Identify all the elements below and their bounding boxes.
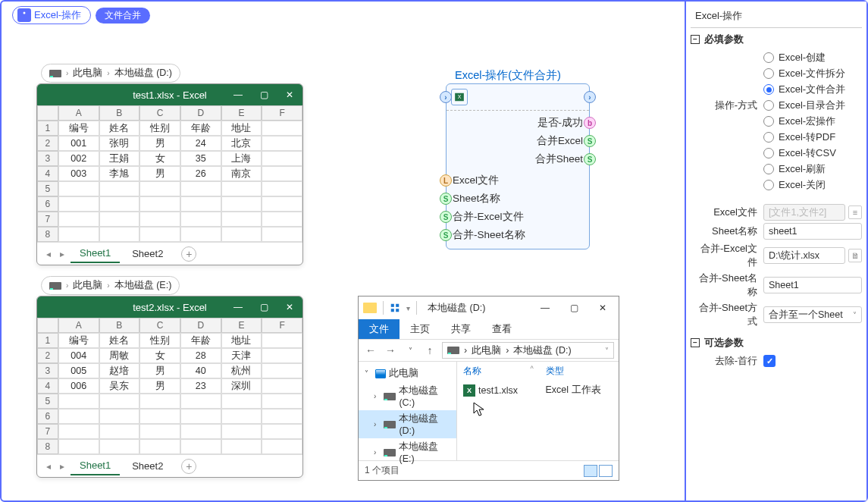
cell[interactable] <box>180 181 221 196</box>
ribbon-tab-home[interactable]: 主页 <box>400 319 440 339</box>
port-out-flow[interactable]: › <box>584 91 596 103</box>
nav-up[interactable]: ↑ <box>422 344 437 356</box>
col-header[interactable]: E <box>221 105 262 121</box>
cell[interactable] <box>221 212 262 227</box>
cell[interactable]: 26 <box>180 166 221 181</box>
cell[interactable]: 003 <box>58 166 99 181</box>
radio-op[interactable] <box>763 132 774 143</box>
cell[interactable]: 006 <box>58 378 99 394</box>
ribbon-tab-file[interactable]: 文件 <box>359 319 400 339</box>
cell[interactable] <box>180 212 221 227</box>
cell[interactable] <box>180 424 221 439</box>
tree-disk-d[interactable]: ›本地磁盘 (D:) <box>359 410 456 438</box>
port-in-flow[interactable]: › <box>440 91 452 103</box>
close-button[interactable]: ✕ <box>591 299 614 317</box>
cell[interactable] <box>262 424 302 439</box>
cell[interactable] <box>221 394 262 409</box>
row-header[interactable]: 7 <box>37 212 58 227</box>
cell[interactable]: 23 <box>180 378 221 394</box>
cell[interactable] <box>58 227 99 242</box>
cell[interactable] <box>262 196 302 212</box>
radio-op[interactable] <box>763 180 774 190</box>
cell[interactable] <box>221 424 262 439</box>
cell[interactable] <box>262 212 302 227</box>
address-bar[interactable]: ›此电脑 ›本地磁盘 (D:) ˅ <box>442 342 614 359</box>
cell[interactable] <box>221 409 262 424</box>
col-header[interactable]: A <box>58 105 99 121</box>
cell[interactable]: 005 <box>58 363 99 378</box>
ribbon-tab-share[interactable]: 共享 <box>440 319 481 339</box>
sheet-tab[interactable]: Sheet2 <box>123 245 172 262</box>
port-string[interactable]: S <box>440 193 452 205</box>
file-picker-icon[interactable]: 🗎 <box>848 249 862 262</box>
cell[interactable] <box>99 227 140 242</box>
cell[interactable] <box>99 196 140 212</box>
cell[interactable] <box>180 196 221 212</box>
cell[interactable]: 南京 <box>221 166 262 181</box>
cell[interactable]: 28 <box>180 348 221 363</box>
nav-history[interactable]: ˅ <box>403 347 418 355</box>
cell[interactable] <box>221 181 262 196</box>
cell[interactable] <box>262 378 302 394</box>
radio-op[interactable] <box>763 116 774 127</box>
flow-node[interactable]: › X › 是否-成功b 合并ExcelS 合并SheetS LExcel文件 … <box>446 83 590 249</box>
cell[interactable]: 40 <box>180 363 221 378</box>
cell[interactable]: 杭州 <box>221 363 262 378</box>
cell[interactable]: 002 <box>58 151 99 166</box>
maximize-button[interactable]: ▢ <box>562 299 585 317</box>
input-excel-file[interactable]: [文件1,文件2] <box>763 204 845 221</box>
cell[interactable] <box>99 409 140 424</box>
cell[interactable] <box>262 348 302 363</box>
view-details[interactable] <box>584 465 597 477</box>
cell[interactable] <box>262 409 302 424</box>
cell[interactable]: 张明 <box>99 136 140 151</box>
input-sheet-name[interactable]: sheet1 <box>763 223 862 240</box>
row-header[interactable]: 1 <box>37 121 58 136</box>
add-sheet-button[interactable]: + <box>181 246 196 262</box>
col-header-type[interactable]: 类型 <box>546 365 613 378</box>
port-bool[interactable]: b <box>584 117 596 129</box>
radio-op[interactable] <box>763 52 774 63</box>
cell[interactable] <box>99 394 140 409</box>
cell[interactable]: 编号 <box>58 333 99 348</box>
cell[interactable]: 004 <box>58 348 99 363</box>
cell[interactable]: 吴东 <box>99 378 140 394</box>
cell[interactable]: 男 <box>139 378 180 394</box>
cell[interactable]: 姓名 <box>99 121 140 136</box>
radio-op[interactable] <box>763 148 774 158</box>
sheet-tab[interactable]: Sheet1 <box>71 244 120 263</box>
row-header[interactable]: 5 <box>37 181 58 196</box>
tree-disk-c[interactable]: ›本地磁盘 (C:) <box>359 382 456 410</box>
cell[interactable] <box>221 439 262 454</box>
select-merge-mode[interactable]: 合并至一个Sheet˅ <box>763 306 862 323</box>
nav-fwd[interactable]: → <box>383 344 398 356</box>
cell[interactable] <box>262 136 302 151</box>
explorer-quick-icon[interactable] <box>390 303 400 313</box>
cell[interactable] <box>58 181 99 196</box>
sheet-tab[interactable]: Sheet1 <box>71 457 120 475</box>
row-header[interactable]: 5 <box>37 394 58 409</box>
cell[interactable] <box>262 227 302 242</box>
tree-disk-e[interactable]: ›本地磁盘 (E:) <box>359 438 456 466</box>
row-header[interactable]: 4 <box>37 166 58 181</box>
row-header[interactable]: 8 <box>37 439 58 454</box>
cell[interactable]: 001 <box>58 136 99 151</box>
row-header[interactable]: 1 <box>37 333 58 348</box>
port-string[interactable]: S <box>440 211 452 223</box>
col-header[interactable]: B <box>99 105 140 121</box>
row-header[interactable]: 7 <box>37 424 58 439</box>
nav-back[interactable]: ← <box>363 344 378 356</box>
cell[interactable] <box>262 394 302 409</box>
row-header[interactable]: 2 <box>37 348 58 363</box>
cell[interactable] <box>58 196 99 212</box>
col-header[interactable]: F <box>262 105 302 121</box>
cell[interactable]: 李旭 <box>99 166 140 181</box>
cell[interactable] <box>58 212 99 227</box>
col-header-name[interactable]: 名称 <box>463 365 530 378</box>
cell[interactable]: 性别 <box>139 121 180 136</box>
port-string[interactable]: S <box>584 135 596 147</box>
close-button[interactable]: ✕ <box>277 296 302 318</box>
cell[interactable] <box>139 439 180 454</box>
col-header[interactable]: A <box>58 318 99 333</box>
cell[interactable] <box>180 409 221 424</box>
